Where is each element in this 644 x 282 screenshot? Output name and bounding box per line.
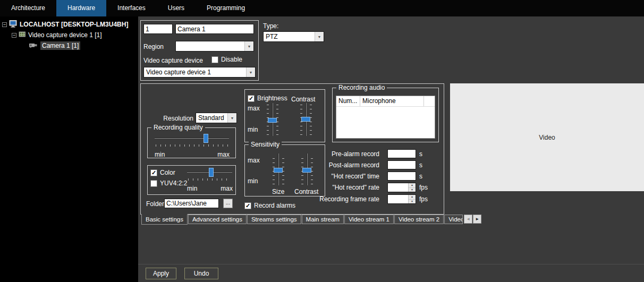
- tree-label-localhost: LOCALHOST [DESKTOP-LM3U4BH]: [20, 21, 128, 28]
- color-label: Color: [160, 169, 175, 176]
- tab-main-stream[interactable]: Main stream: [302, 215, 344, 224]
- chevron-down-icon: ▼: [227, 113, 236, 123]
- hot-record-rate-unit: fps: [419, 184, 428, 191]
- tab-streams-settings[interactable]: Streams settings: [247, 215, 301, 224]
- slider-thumb[interactable]: [301, 117, 310, 122]
- tree-item-localhost[interactable]: − LOCALHOST [DESKTOP-LM3U4BH]: [0, 20, 138, 29]
- slider-thumb[interactable]: [274, 168, 283, 173]
- audio-table[interactable]: Num... Microphone: [336, 96, 435, 139]
- tab-scroll-right-icon[interactable]: ►: [473, 215, 481, 224]
- recording-frame-rate-input[interactable]: [388, 195, 408, 203]
- tree-item-capture-device[interactable]: − Video capture device 1 [1]: [0, 30, 138, 40]
- tab-video-stream-1[interactable]: Video stream 1: [344, 215, 394, 224]
- post-alarm-input[interactable]: [387, 160, 416, 169]
- min-label: min: [155, 151, 165, 158]
- spinner-up-icon[interactable]: ▲: [409, 195, 416, 200]
- hot-record-rate-input[interactable]: [388, 183, 408, 192]
- hot-record-rate-stepper[interactable]: ▲ ▼: [387, 183, 416, 192]
- hot-record-time-input[interactable]: [387, 172, 416, 181]
- sensitivity-title: Sensitivity: [249, 141, 282, 148]
- resolution-select[interactable]: Standard ▼: [196, 113, 237, 123]
- color-checkbox[interactable]: ✓ Color: [150, 169, 175, 176]
- tab-users[interactable]: Users: [157, 0, 196, 16]
- audio-col-microphone[interactable]: Microphone: [360, 96, 424, 106]
- spinner-down-icon[interactable]: ▼: [409, 200, 416, 204]
- record-alarms-checkbox[interactable]: ✓ Record alarms: [244, 202, 295, 209]
- color-slider[interactable]: [187, 167, 232, 181]
- video-preview-label: Video: [539, 134, 555, 141]
- tab-advanced-settings[interactable]: Advanced settings: [188, 215, 247, 224]
- hot-record-time-label: "Hot record" time: [294, 173, 379, 180]
- collapse-icon[interactable]: −: [2, 22, 7, 27]
- tree-item-camera[interactable]: Camera 1 [1]: [0, 41, 138, 50]
- tab-architecture[interactable]: Architecture: [0, 0, 56, 16]
- spinner-up-icon[interactable]: ▲: [409, 183, 416, 188]
- collapse-icon[interactable]: −: [12, 33, 16, 38]
- region-select[interactable]: ▼: [175, 41, 254, 52]
- contrast-slider[interactable]: [299, 103, 313, 136]
- spinner: ▲ ▼: [408, 183, 416, 192]
- brightness-checkbox[interactable]: ✓ Brightness: [248, 95, 287, 102]
- chevron-down-icon: ▼: [246, 67, 255, 77]
- bottom-divider: [138, 264, 644, 264]
- tab-basic-settings[interactable]: Basic settings: [141, 214, 188, 225]
- size-label: Size: [272, 188, 284, 195]
- folder-label: Folder: [146, 200, 164, 208]
- yuv-checkbox[interactable]: YUV4:2:2: [150, 180, 187, 187]
- checkbox-box: ✓: [244, 202, 251, 209]
- camera-name-input[interactable]: [175, 24, 254, 34]
- folder-input[interactable]: [164, 199, 219, 208]
- brightness-label: Brightness: [257, 95, 287, 102]
- recording-frame-rate-stepper[interactable]: ▲ ▼: [387, 194, 416, 204]
- checkbox-box: [150, 180, 157, 187]
- pre-alarm-input[interactable]: [387, 149, 416, 158]
- tab-interfaces[interactable]: Interfaces: [106, 0, 157, 16]
- disable-checkbox[interactable]: Disable: [211, 56, 242, 63]
- resolution-label: Resolution: [150, 115, 193, 122]
- camera-number-input[interactable]: [143, 24, 173, 34]
- apply-button[interactable]: Apply: [146, 268, 176, 279]
- max-label: max: [248, 105, 260, 112]
- tab-programming[interactable]: Programming: [196, 0, 256, 16]
- capture-device-select[interactable]: Video capture device 1 ▼: [143, 67, 256, 78]
- audio-col-num[interactable]: Num...: [336, 96, 360, 106]
- slider-thumb[interactable]: [209, 168, 214, 177]
- video-preview-panel: Video: [450, 83, 644, 191]
- checkbox-box: ✓: [150, 169, 157, 176]
- tab-hardware[interactable]: Hardware: [56, 0, 106, 16]
- settings-tab-strip: Basic settings Advanced settings Streams…: [141, 215, 481, 225]
- slider-thumb[interactable]: [268, 118, 277, 123]
- recording-quality-title: Recording quality: [151, 124, 205, 131]
- checkbox-box: [211, 56, 218, 63]
- max-label: max: [218, 185, 233, 192]
- pre-alarm-label: Pre-alarm record: [294, 150, 379, 158]
- audio-table-header: Num... Microphone: [336, 96, 435, 107]
- min-label: min: [248, 126, 258, 133]
- undo-button[interactable]: Undo: [184, 268, 218, 279]
- tree-label-camera: Camera 1 [1]: [40, 41, 80, 50]
- computer-icon: [9, 20, 18, 29]
- hot-record-time-unit: s: [419, 173, 422, 180]
- post-alarm-label: Post-alarm record: [294, 161, 379, 169]
- recording-frame-rate-label: Recording frame rate: [294, 195, 379, 203]
- recording-quality-slider[interactable]: [155, 133, 229, 147]
- post-alarm-unit: s: [419, 161, 422, 169]
- tab-video[interactable]: Video: [444, 215, 463, 224]
- tree-label-capture-device: Video capture device 1 [1]: [28, 31, 102, 39]
- chevron-down-icon: ▼: [315, 32, 324, 41]
- brightness-slider[interactable]: [266, 103, 279, 136]
- yuv-label: YUV4:2:2: [160, 180, 187, 187]
- capture-device-label: Video capture device: [143, 57, 203, 64]
- camera-icon: [29, 42, 38, 50]
- spinner-down-icon[interactable]: ▼: [409, 188, 416, 192]
- browse-button[interactable]: ...: [223, 199, 233, 208]
- sensitivity-size-slider[interactable]: [272, 153, 285, 185]
- type-select[interactable]: PTZ ▼: [263, 31, 324, 42]
- record-alarms-label: Record alarms: [254, 202, 295, 209]
- tab-video-stream-2[interactable]: Video stream 2: [394, 215, 444, 224]
- pre-alarm-unit: s: [419, 150, 422, 158]
- recording-frame-rate-unit: fps: [419, 195, 428, 203]
- slider-thumb[interactable]: [204, 134, 208, 143]
- tab-scroll-left-icon[interactable]: ◄: [464, 215, 472, 224]
- sensitivity-contrast-slider[interactable]: [300, 153, 314, 185]
